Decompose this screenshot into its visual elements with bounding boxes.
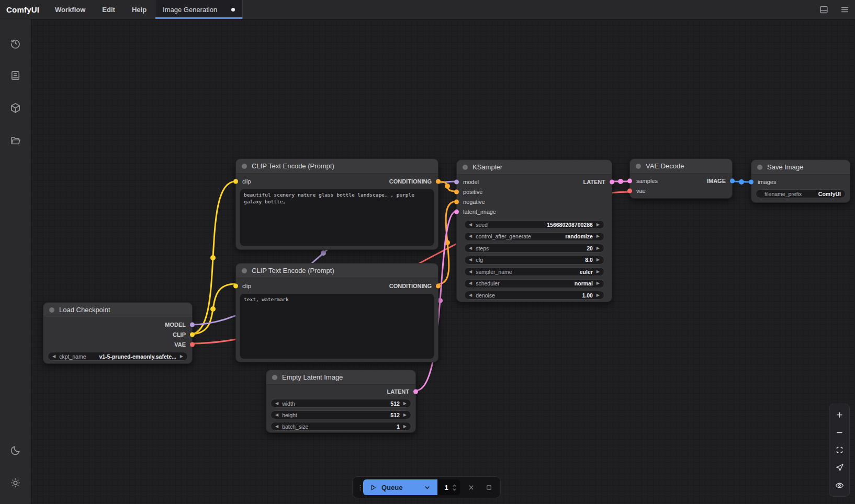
node-header[interactable]: Empty Latent Image: [266, 370, 415, 385]
input-samples-dot[interactable]: [627, 178, 632, 183]
widget-right-arrow-icon[interactable]: ▶: [403, 425, 407, 429]
widget-control-after-generate[interactable]: ◀ control_after_generate randomize ▶: [464, 232, 604, 241]
widget-left-arrow-icon[interactable]: ◀: [469, 293, 472, 297]
zoom-out-icon[interactable]: [830, 425, 848, 440]
widget-left-arrow-icon[interactable]: ◀: [469, 281, 472, 285]
theme-moon-icon[interactable]: [0, 434, 31, 466]
widget-right-arrow-icon[interactable]: ▶: [597, 223, 600, 227]
output-model-dot[interactable]: [190, 322, 195, 327]
node-header[interactable]: CLIP Text Encode (Prompt): [236, 159, 438, 174]
input-images-dot[interactable]: [749, 179, 753, 184]
node-empty-latent-image[interactable]: Empty Latent Image LATENT ◀ width 512 ▶ …: [266, 370, 416, 433]
widget-seed[interactable]: ◀ seed 156680208700286 ▶: [464, 220, 604, 229]
input-clip-dot[interactable]: [233, 179, 238, 184]
node-clip-text-encode-negative[interactable]: CLIP Text Encode (Prompt) clip CONDITION…: [235, 263, 438, 362]
widget-scheduler[interactable]: ◀ scheduler normal ▶: [464, 279, 604, 288]
widget-right-arrow-icon[interactable]: ▶: [597, 258, 600, 262]
widget-filename-prefix[interactable]: filename_prefix ComfyUI: [756, 189, 846, 198]
widget-left-arrow-icon[interactable]: ◀: [469, 246, 472, 250]
clear-queue-icon[interactable]: [464, 479, 478, 495]
menu-help[interactable]: Help: [123, 0, 155, 19]
menu-edit[interactable]: Edit: [94, 0, 123, 19]
menu-workflow[interactable]: Workflow: [47, 0, 94, 19]
node-header[interactable]: VAE Decode: [630, 159, 732, 174]
collapse-dot[interactable]: [242, 268, 247, 273]
node-ksampler[interactable]: KSampler model LATENT positive negative …: [456, 159, 612, 302]
collapse-dot[interactable]: [463, 165, 468, 170]
widget-left-arrow-icon[interactable]: ◀: [275, 402, 278, 406]
widget-left-arrow-icon[interactable]: ◀: [469, 270, 472, 274]
collapse-dot[interactable]: [757, 165, 762, 170]
output-image-dot[interactable]: [730, 178, 735, 183]
widget-cfg[interactable]: ◀ cfg 8.0 ▶: [464, 256, 604, 265]
widget-right-arrow-icon[interactable]: ▶: [597, 281, 600, 285]
widget-left-arrow-icon[interactable]: ◀: [275, 425, 278, 429]
output-clip-dot[interactable]: [190, 332, 195, 337]
drag-handle-icon[interactable]: ⋮: [357, 484, 363, 491]
widget-denoise[interactable]: ◀ denoise 1.00 ▶: [464, 291, 604, 300]
tab-image-generation[interactable]: Image Generation: [155, 0, 243, 19]
node-save-image[interactable]: Save Image images filename_prefix ComfyU…: [751, 159, 850, 203]
node-load-checkpoint[interactable]: Load Checkpoint MODEL CLIP VAE ◀ ckpt_na…: [43, 302, 193, 364]
node-clip-text-encode-positive[interactable]: CLIP Text Encode (Prompt) clip CONDITION…: [235, 158, 438, 250]
widget-right-arrow-icon[interactable]: ▶: [597, 270, 600, 274]
input-vae-dot[interactable]: [627, 188, 632, 193]
widget-ckpt-name[interactable]: ◀ ckpt_name v1-5-pruned-emaonly.safete..…: [48, 352, 188, 361]
panel-toggle-icon[interactable]: [813, 0, 834, 19]
widget-steps[interactable]: ◀ steps 20 ▶: [464, 244, 604, 253]
input-clip-dot[interactable]: [233, 283, 238, 288]
input-positive-dot[interactable]: [454, 189, 459, 194]
toggle-link-visibility-eye-icon[interactable]: [830, 477, 848, 493]
prompt-textarea[interactable]: beautiful scenery nature glass bottle la…: [240, 189, 434, 246]
node-vae-decode[interactable]: VAE Decode samples IMAGE vae: [629, 158, 733, 199]
workflows-folder-icon[interactable]: [0, 124, 31, 156]
widget-height[interactable]: ◀ height 512 ▶: [271, 410, 411, 419]
node-title: KSampler: [473, 163, 502, 171]
stop-icon[interactable]: [482, 479, 496, 495]
collapse-dot[interactable]: [49, 307, 54, 313]
widget-left-arrow-icon[interactable]: ◀: [469, 223, 472, 227]
batch-count-input[interactable]: 1: [437, 479, 460, 495]
output-conditioning-dot[interactable]: [436, 283, 441, 288]
node-header[interactable]: Load Checkpoint: [43, 303, 192, 317]
node-graph-canvas[interactable]: [31, 19, 855, 504]
widget-right-arrow-icon[interactable]: ▶: [403, 402, 407, 406]
widget-left-arrow-icon[interactable]: ◀: [469, 234, 472, 238]
widget-right-arrow-icon[interactable]: ▶: [597, 234, 600, 238]
node-header[interactable]: KSampler: [457, 160, 612, 175]
widget-left-arrow-icon[interactable]: ◀: [52, 354, 55, 359]
widget-batch-size[interactable]: ◀ batch_size 1 ▶: [271, 422, 411, 431]
widget-width[interactable]: ◀ width 512 ▶: [271, 399, 411, 408]
zoom-in-icon[interactable]: [830, 407, 848, 423]
select-mode-icon[interactable]: [830, 460, 848, 476]
chevron-down-icon: [423, 484, 431, 491]
widget-right-arrow-icon[interactable]: ▶: [597, 293, 600, 297]
input-model-dot[interactable]: [454, 179, 459, 184]
settings-gear-icon[interactable]: [0, 466, 31, 499]
widget-sampler-name[interactable]: ◀ sampler_name euler ▶: [464, 267, 604, 276]
model-library-icon[interactable]: [0, 91, 31, 124]
prompt-textarea[interactable]: text, watermark: [240, 294, 434, 359]
output-vae-dot[interactable]: [190, 342, 195, 347]
collapse-dot[interactable]: [272, 375, 277, 380]
log-icon[interactable]: [0, 59, 31, 91]
widget-right-arrow-icon[interactable]: ▶: [403, 413, 407, 417]
input-latent-image-dot[interactable]: [454, 209, 459, 214]
fit-view-icon[interactable]: [830, 442, 848, 458]
node-header[interactable]: CLIP Text Encode (Prompt): [236, 264, 438, 278]
collapse-dot[interactable]: [636, 164, 641, 169]
queue-button[interactable]: Queue: [363, 479, 437, 495]
output-conditioning-dot[interactable]: [436, 179, 441, 184]
input-negative-dot[interactable]: [454, 199, 459, 204]
widget-right-arrow-icon[interactable]: ▶: [180, 354, 183, 359]
widget-left-arrow-icon[interactable]: ◀: [275, 413, 278, 417]
output-latent-dot[interactable]: [413, 389, 418, 394]
output-latent-dot[interactable]: [610, 179, 614, 184]
hamburger-menu-icon[interactable]: [834, 0, 855, 19]
collapse-dot[interactable]: [242, 164, 247, 169]
node-header[interactable]: Save Image: [751, 160, 850, 175]
widget-left-arrow-icon[interactable]: ◀: [469, 258, 472, 262]
history-icon[interactable]: [0, 27, 31, 59]
batch-count-spinner[interactable]: [452, 484, 457, 491]
widget-right-arrow-icon[interactable]: ▶: [597, 246, 600, 250]
